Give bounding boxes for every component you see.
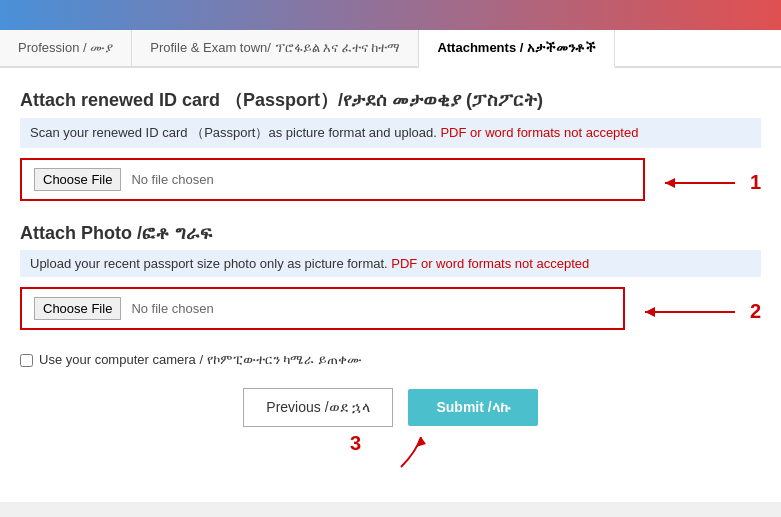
arrow-left-1-icon [660,171,740,195]
id-card-no-file-label: No file chosen [131,172,213,187]
photo-desc-text: Upload your recent passport size photo o… [30,256,388,271]
id-card-desc-text: Scan your renewed ID card （Passport）as p… [30,125,437,140]
id-card-file-row: Choose File No file chosen [20,158,645,201]
svg-marker-1 [665,178,675,188]
camera-checkbox-label[interactable]: Use your computer camera / የኮምፒውተርን ካሜራ … [39,352,362,368]
camera-checkbox-row: Use your computer camera / የኮምፒውተርን ካሜራ … [20,352,761,368]
photo-no-file-label: No file chosen [131,301,213,316]
svg-marker-3 [645,307,655,317]
previous-button[interactable]: Previous /ወደ ኋላ [243,388,393,427]
tab-profession[interactable]: Profession / ሙያ [0,30,132,66]
arrow-up-3-icon [371,432,431,472]
photo-warn: PDF or word formats not accepted [391,256,589,271]
photo-file-row: Choose File No file chosen [20,287,625,330]
id-card-warn: PDF or word formats not accepted [440,125,638,140]
main-content: Attach renewed ID card （Passport）/የታደሰ መ… [0,68,781,502]
tab-profile[interactable]: Profile & Exam town/ ፕሮፋይል እና ፈተና ከተማ [132,30,419,66]
tab-bar: Profession / ሙያ Profile & Exam town/ ፕሮፋ… [0,30,781,68]
tab-attachments[interactable]: Attachments / አታችመንቶች [419,30,615,68]
id-card-title: Attach renewed ID card （Passport）/የታደሰ መ… [20,88,761,112]
arrow-left-2-icon [640,300,740,324]
id-card-choose-file-button[interactable]: Choose File [34,168,121,191]
photo-desc: Upload your recent passport size photo o… [20,250,761,277]
id-card-desc: Scan your renewed ID card （Passport）as p… [20,118,761,148]
submit-button[interactable]: Submit /ላኩ [408,389,537,426]
photo-title: Attach Photo /ፎቶ ግራፍ [20,223,761,244]
annotation-num-1: 1 [750,171,761,194]
camera-checkbox[interactable] [20,354,33,367]
annotation-num-3: 3 [350,432,361,455]
annotation-num-2: 2 [750,300,761,323]
photo-choose-file-button[interactable]: Choose File [34,297,121,320]
id-card-section: Attach renewed ID card （Passport）/የታደሰ መ… [20,88,761,207]
top-banner [0,0,781,30]
svg-marker-4 [416,437,426,447]
photo-section: Attach Photo /ፎቶ ግራፍ Upload your recent … [20,223,761,336]
